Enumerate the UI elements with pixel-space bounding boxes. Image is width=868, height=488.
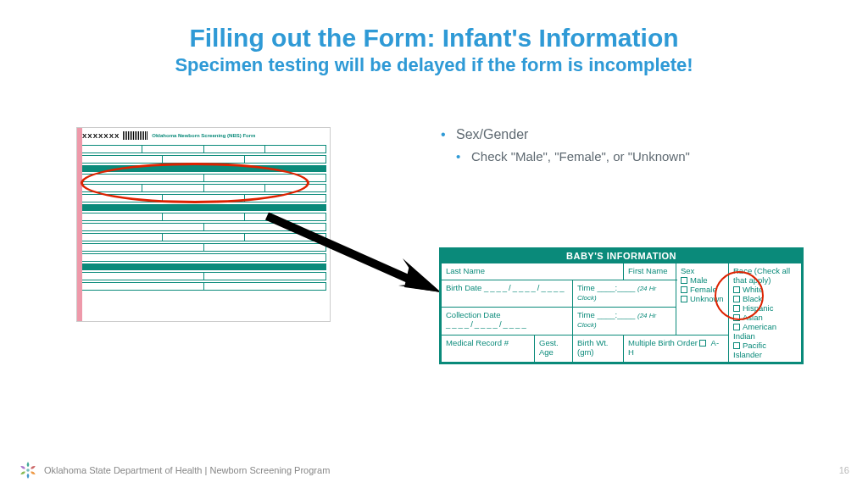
logo-icon	[19, 461, 37, 480]
checkbox-icon	[699, 340, 706, 347]
checkbox-icon	[733, 324, 740, 330]
slide-title: Filling out the Form: Infant's Informati…	[0, 24, 868, 53]
label-multiple-birth: Multiple Birth Order	[628, 338, 698, 347]
slide-subtitle: Specimen testing will be delayed if the …	[0, 54, 868, 76]
date-blank: ____/____/____	[484, 283, 566, 292]
page-number: 16	[839, 465, 849, 475]
form-serial: XXXXXXX	[82, 132, 120, 140]
label-race: Race (Check all that apply)	[733, 266, 790, 285]
bullet-2: Check "Male", "Female", or "Unknown"	[441, 149, 839, 164]
bullet-list: Sex/Gender Check "Male", "Female", or "U…	[441, 127, 839, 164]
race-opt-1: Black	[743, 294, 762, 303]
label-collection-date: Collection Date	[446, 310, 500, 319]
sex-opt-0: Male	[690, 275, 708, 285]
label-last-name: Last Name	[446, 266, 485, 275]
label-birth-wt: Birth Wt. (gm)	[577, 338, 608, 357]
label-time-1: Time	[577, 283, 595, 292]
footer-org: Oklahoma State Department of Health | Ne…	[44, 465, 330, 475]
label-time-2: Time	[577, 310, 595, 319]
arrow-icon	[259, 208, 453, 301]
race-opt-0: White	[743, 285, 763, 294]
label-sex: Sex	[681, 266, 694, 275]
label-first-name: First Name	[628, 266, 667, 275]
form-detail-panel: BABY'S INFORMATION Last Name First Name …	[439, 247, 804, 364]
time-blank: ____:____	[597, 310, 635, 319]
svg-line-0	[267, 216, 420, 284]
barcode-icon	[123, 131, 148, 140]
svg-marker-2	[404, 265, 441, 292]
race-opt-2: Hispanic	[743, 303, 773, 313]
checkbox-icon	[733, 286, 740, 293]
sex-opt-1: Female	[690, 285, 717, 294]
svg-point-3	[26, 469, 30, 472]
checkbox-icon	[733, 296, 740, 302]
label-birth-date: Birth Date	[446, 283, 481, 292]
checkbox-icon	[733, 342, 740, 349]
checkbox-icon	[733, 305, 740, 312]
label-gest-age: Gest. Age	[539, 338, 559, 357]
checkbox-icon	[681, 286, 687, 293]
bullet-1: Sex/Gender	[441, 127, 839, 142]
form-thumb-title: Oklahoma Newborn Screening (NBS) Form	[152, 133, 255, 138]
time-blank: ____:____	[597, 283, 635, 292]
checkbox-icon	[733, 314, 740, 321]
detail-header: BABY'S INFORMATION	[441, 249, 802, 263]
label-medical-record: Medical Record #	[446, 338, 509, 347]
checkbox-icon	[681, 277, 687, 284]
race-opt-3: Asian	[743, 313, 763, 322]
checkbox-icon	[681, 296, 687, 302]
date-blank: ____/____/____	[446, 319, 528, 329]
sex-opt-2: Unknown	[690, 294, 724, 303]
